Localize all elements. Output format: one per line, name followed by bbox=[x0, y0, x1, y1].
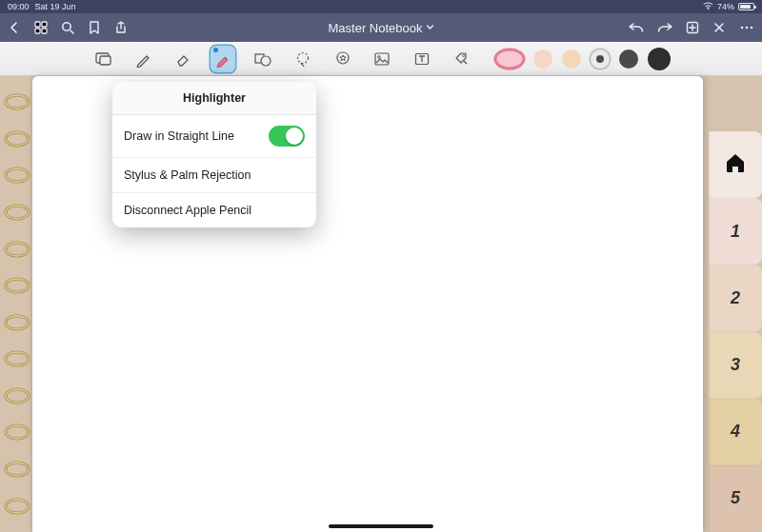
color-swatch-1[interactable] bbox=[495, 49, 524, 69]
tab-label: 4 bbox=[731, 422, 740, 442]
wifi-icon bbox=[703, 2, 713, 11]
color-swatch-5[interactable] bbox=[619, 49, 638, 69]
status-time: 09:00 bbox=[8, 2, 30, 11]
svg-point-16 bbox=[261, 56, 271, 66]
row-stylus-palm-rejection[interactable]: Stylus & Palm Rejection bbox=[112, 158, 316, 193]
svg-point-29 bbox=[6, 206, 29, 219]
svg-rect-0 bbox=[35, 22, 40, 27]
svg-point-45 bbox=[6, 500, 29, 513]
app-nav-bar: Master Notebook bbox=[0, 13, 762, 42]
row-disconnect-apple-pencil[interactable]: Disconnect Apple Pencil bbox=[112, 193, 316, 227]
tab-home[interactable] bbox=[709, 131, 762, 198]
image-tool-icon[interactable] bbox=[371, 46, 395, 72]
battery-label: 74% bbox=[717, 2, 734, 11]
svg-rect-3 bbox=[42, 29, 47, 33]
svg-point-10 bbox=[741, 27, 744, 30]
add-page-icon[interactable] bbox=[686, 21, 699, 34]
color-picker bbox=[495, 48, 671, 70]
svg-point-21 bbox=[463, 54, 465, 56]
bookmark-icon[interactable] bbox=[88, 21, 101, 34]
battery-icon bbox=[738, 3, 754, 10]
svg-point-8 bbox=[63, 23, 70, 30]
svg-point-35 bbox=[6, 316, 29, 329]
row-draw-straight-line[interactable]: Draw in Straight Line bbox=[112, 115, 316, 158]
tag-tool-icon[interactable] bbox=[450, 46, 474, 72]
tab-label: 2 bbox=[731, 288, 740, 308]
color-swatch-3[interactable] bbox=[562, 49, 581, 69]
tab-1[interactable]: 1 bbox=[709, 198, 762, 265]
grid-icon[interactable] bbox=[34, 21, 48, 34]
toggle-draw-straight-line[interactable] bbox=[269, 126, 305, 147]
home-icon bbox=[724, 151, 747, 179]
zoom-tool-icon[interactable] bbox=[91, 46, 116, 72]
tool-bar bbox=[0, 42, 762, 76]
tab-2[interactable]: 2 bbox=[709, 265, 762, 331]
undo-icon[interactable] bbox=[629, 21, 644, 34]
back-icon[interactable] bbox=[8, 21, 21, 34]
svg-point-33 bbox=[6, 279, 29, 292]
color-swatch-4-selected[interactable] bbox=[591, 49, 610, 69]
tab-label: 1 bbox=[731, 222, 740, 242]
tab-4[interactable]: 4 bbox=[709, 399, 762, 465]
home-indicator[interactable] bbox=[329, 524, 433, 528]
svg-point-41 bbox=[6, 425, 29, 439]
redo-icon[interactable] bbox=[657, 21, 672, 34]
spiral-binding bbox=[2, 76, 36, 532]
eraser-tool-icon[interactable] bbox=[171, 46, 196, 72]
lasso-tool-icon[interactable] bbox=[291, 46, 315, 72]
share-icon[interactable] bbox=[114, 21, 128, 34]
highlighter-popover: Highlighter Draw in Straight Line Stylus… bbox=[112, 82, 316, 227]
close-icon[interactable] bbox=[712, 21, 726, 34]
shape-tool-icon[interactable] bbox=[251, 46, 275, 72]
tab-3[interactable]: 3 bbox=[709, 332, 762, 399]
pen-tool-icon[interactable] bbox=[131, 46, 156, 72]
svg-point-11 bbox=[746, 27, 749, 30]
svg-rect-2 bbox=[35, 29, 40, 33]
popover-title: Highlighter bbox=[112, 82, 316, 115]
tab-5[interactable]: 5 bbox=[709, 465, 762, 532]
svg-point-31 bbox=[6, 243, 29, 256]
svg-point-12 bbox=[751, 27, 753, 30]
color-swatch-2[interactable] bbox=[533, 49, 552, 69]
document-title-button[interactable]: Master Notebook bbox=[329, 21, 434, 35]
tab-label: 3 bbox=[731, 355, 740, 375]
svg-rect-1 bbox=[42, 22, 47, 27]
row-label: Stylus & Palm Rejection bbox=[124, 168, 251, 182]
row-label: Draw in Straight Line bbox=[124, 129, 234, 143]
tab-label: 5 bbox=[731, 488, 740, 508]
text-tool-icon[interactable] bbox=[410, 46, 434, 72]
ipad-status-bar: 09:00 Sat 19 Jun 74% bbox=[0, 0, 762, 13]
search-icon[interactable] bbox=[61, 21, 74, 34]
svg-point-17 bbox=[297, 52, 308, 63]
more-icon[interactable] bbox=[739, 21, 754, 34]
highlighter-tool-icon[interactable] bbox=[211, 46, 235, 72]
svg-rect-18 bbox=[375, 53, 389, 65]
svg-point-25 bbox=[6, 132, 29, 146]
row-label: Disconnect Apple Pencil bbox=[124, 204, 251, 217]
favorites-tool-icon[interactable] bbox=[331, 46, 355, 72]
section-tabs: 1 2 3 4 5 bbox=[709, 131, 762, 532]
svg-point-39 bbox=[6, 389, 29, 403]
document-title: Master Notebook bbox=[329, 21, 423, 35]
svg-rect-14 bbox=[100, 56, 110, 65]
svg-point-27 bbox=[6, 168, 29, 182]
color-swatch-6[interactable] bbox=[648, 48, 671, 70]
svg-point-43 bbox=[6, 463, 29, 476]
svg-point-37 bbox=[6, 352, 29, 365]
status-date: Sat 19 Jun bbox=[35, 2, 76, 11]
svg-point-19 bbox=[378, 55, 381, 58]
chevron-down-icon bbox=[427, 24, 434, 31]
svg-point-23 bbox=[6, 95, 29, 108]
